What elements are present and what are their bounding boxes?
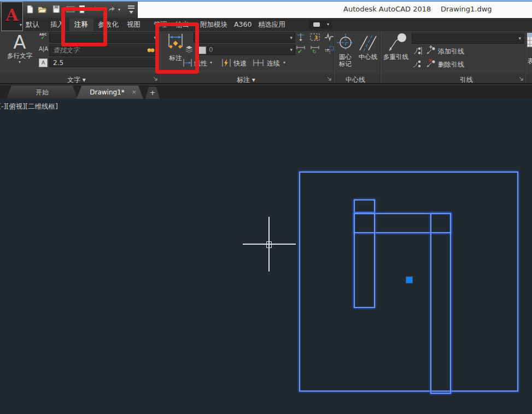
drawing-canvas[interactable]: [-][俯视][二维线框] — [0, 99, 532, 414]
chevron-down-icon: ▾ — [327, 22, 329, 27]
center-mark-button[interactable]: 圆心标记 — [335, 32, 355, 73]
svg-text:✔: ✔ — [297, 48, 302, 55]
leader-dialog-launcher-icon[interactable] — [518, 76, 524, 82]
align-leaders-icon[interactable] — [412, 46, 423, 56]
dim-jogline-icon[interactable] — [324, 32, 335, 42]
collect-leaders-icon[interactable] — [412, 59, 423, 69]
find-text-icon[interactable] — [147, 46, 155, 54]
tab-featured-apps[interactable]: 精选应用 — [258, 20, 285, 29]
ribbon-collapse-button[interactable]: ▾ — [309, 20, 332, 29]
drawing-rectangle[interactable] — [430, 213, 451, 394]
spell-check-icon[interactable]: ABC ✔ — [38, 32, 48, 42]
tab-view[interactable]: 视图 — [127, 20, 141, 29]
file-tab-start-label: 开始 — [36, 88, 49, 96]
multileader-button[interactable]: 多重引线 — [382, 32, 410, 73]
quick-dim-icon[interactable] — [221, 58, 232, 67]
annotation-highlight-box — [61, 7, 107, 46]
center-mark-label: 圆心标记 — [336, 54, 355, 68]
document-title: Drawing1.dwg — [441, 5, 492, 13]
svg-text:↻: ↻ — [312, 49, 317, 55]
mtext-icon: A — [3, 32, 36, 52]
customize-qat-icon[interactable] — [126, 4, 136, 14]
mtext-button[interactable]: A 多行文字 ▾ — [3, 32, 36, 73]
remove-leader-label[interactable]: 删除引线 — [438, 60, 464, 69]
dim-update-icon[interactable]: ↻ — [309, 45, 320, 55]
ribbon-panel-icon — [313, 22, 320, 27]
chevron-down-icon[interactable]: ▾ — [210, 60, 212, 65]
file-tab-drawing1[interactable]: Drawing1* × — [77, 86, 143, 99]
chevron-down-icon: ▾ — [290, 47, 293, 52]
text-height-icon: A — [39, 58, 48, 67]
crosshair-pickbox — [266, 241, 272, 248]
multileader-label: 多重引线 — [382, 54, 410, 61]
centerline-button[interactable]: 中心线 — [356, 32, 380, 73]
remove-leader-icon[interactable] — [425, 58, 436, 68]
chevron-down-icon[interactable]: ▾ — [283, 60, 285, 65]
chevron-down-icon: ▾ — [518, 36, 521, 41]
layer-value: 0 — [209, 46, 213, 54]
drawing-rectangle[interactable] — [354, 213, 375, 308]
add-leader-label[interactable]: 添加引线 — [438, 47, 464, 56]
centerline-icon — [357, 33, 379, 54]
table-icon[interactable] — [527, 33, 532, 51]
panel-separator — [525, 31, 526, 83]
quick-dim-label[interactable]: 快速 — [233, 59, 247, 68]
multileader-icon — [384, 33, 408, 54]
drawing-rectangle[interactable] — [354, 199, 375, 213]
save-icon[interactable] — [51, 4, 61, 14]
text-panel-label[interactable]: 文字 ▾ — [67, 75, 86, 85]
centerline-label: 中心线 — [356, 54, 380, 61]
annotation-highlight-box — [155, 22, 199, 74]
dimension-dialog-launcher-icon[interactable] — [326, 76, 332, 82]
grip-point[interactable] — [406, 276, 413, 283]
center-mark-icon — [336, 33, 355, 54]
svg-text:3: 3 — [314, 35, 318, 40]
tab-default[interactable]: 默认 — [26, 20, 39, 29]
dimension-panel-label[interactable]: 标注 ▾ — [237, 75, 255, 85]
autocad-window: Autodesk AutoCAD 2018 Drawing1.dwg A ▾ ▾… — [0, 0, 532, 414]
text-height-field[interactable]: 2.5 — [49, 58, 158, 67]
text-height-value: 2.5 — [53, 59, 63, 67]
layer-color-swatch — [198, 46, 206, 54]
chevron-down-icon: ▾ — [3, 60, 36, 64]
mtext-label: 多行文字 — [3, 52, 36, 60]
file-tab-drawing1-label: Drawing1* — [90, 88, 125, 96]
mleader-style-dropdown[interactable]: ▾ — [412, 33, 524, 44]
centerline-panel-label[interactable]: 中心线 — [346, 75, 365, 85]
open-folder-icon[interactable] — [37, 4, 47, 14]
window-top-accent — [0, 0, 532, 2]
tab-a360[interactable]: A360 — [234, 20, 252, 28]
add-leader-icon[interactable] — [425, 45, 436, 55]
dim-break-icon[interactable] — [295, 32, 306, 42]
table-panel-stub-label: 表 — [528, 57, 532, 66]
dim-inspect-icon[interactable]: ✔ — [295, 45, 306, 55]
new-file-icon[interactable] — [25, 4, 35, 14]
dim-layer-dropdown[interactable]: 0 ▾ — [196, 44, 295, 55]
text-dialog-launcher-icon[interactable] — [153, 76, 159, 82]
chevron-down-icon: ▾ — [20, 22, 22, 27]
dim-reassociate-icon[interactable] — [324, 45, 335, 55]
viewport-controls[interactable]: [-][俯视][二维线框] — [0, 102, 58, 111]
text-style-icon[interactable]: A|A — [39, 46, 48, 52]
close-icon[interactable]: × — [132, 86, 137, 99]
chevron-down-icon: ▾ — [290, 35, 293, 40]
continue-dim-icon[interactable] — [253, 58, 265, 67]
redo-icon[interactable] — [107, 4, 117, 14]
tab-addins[interactable]: 附加模块 — [200, 20, 227, 29]
panel-separator — [380, 31, 381, 83]
file-tab-start[interactable]: 开始 — [7, 86, 78, 99]
redo-dropdown-icon[interactable]: ▾ — [118, 7, 120, 12]
leader-panel-label[interactable]: 引线 — [460, 75, 473, 85]
continue-dim-label[interactable]: 连续 — [267, 59, 280, 68]
dim-baseline-icon[interactable]: 3 — [309, 32, 320, 42]
dim-style-dropdown[interactable]: ▾ — [194, 32, 295, 43]
app-title: Autodesk AutoCAD 2018 — [343, 5, 431, 13]
application-menu-button[interactable]: A ▾ — [1, 2, 23, 31]
